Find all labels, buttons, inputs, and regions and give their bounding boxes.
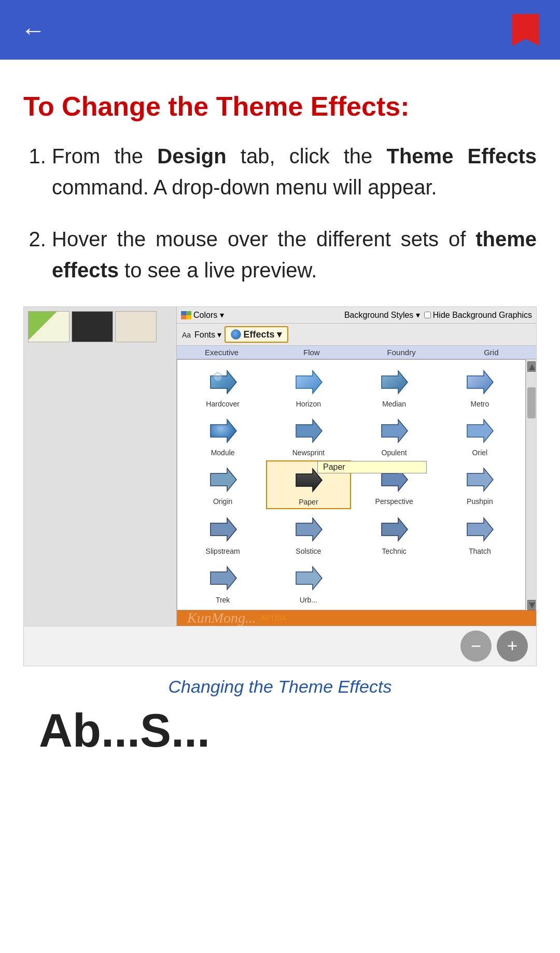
svg-marker-23 (296, 567, 322, 590)
instructions-list: From the Design tab, click the Theme Eff… (23, 141, 537, 286)
thumb-2 (72, 311, 113, 342)
scroll-up[interactable] (527, 361, 536, 372)
app-header: ← (0, 0, 560, 60)
svg-rect-2 (181, 315, 186, 319)
bg-styles-label: Background Styles ▾ (344, 310, 420, 320)
zoom-out-icon: − (471, 635, 482, 657)
thumb-3 (115, 311, 157, 342)
slide-subtext: ARTISA (260, 614, 286, 622)
svg-rect-3 (186, 315, 191, 319)
effect-horizon[interactable]: Horizon (266, 363, 351, 411)
slide-area: Colors ▾ Background Styles ▾ Hide Backgr… (24, 307, 536, 626)
svg-rect-0 (181, 311, 186, 315)
effect-oriel[interactable]: Oriel (438, 412, 522, 459)
svg-marker-20 (382, 518, 408, 541)
svg-marker-14 (211, 468, 236, 491)
svg-marker-21 (467, 518, 493, 541)
thumb-1 (28, 311, 69, 342)
fonts-label: Fonts ▾ (194, 330, 221, 340)
ribbon-bar: Colors ▾ Background Styles ▾ Hide Backgr… (177, 307, 536, 324)
effects-button[interactable]: Effects ▾ (225, 326, 288, 343)
svg-point-6 (214, 373, 222, 381)
effect-technic[interactable]: Technic (352, 510, 437, 558)
scrollbar[interactable] (526, 359, 536, 610)
row-headers: Executive Flow Foundry Grid (177, 346, 536, 359)
svg-marker-18 (211, 518, 236, 541)
technic-label: Technic (382, 547, 406, 555)
solstice-label: Solstice (296, 547, 321, 555)
bg-styles-btn[interactable]: Background Styles ▾ (344, 310, 420, 320)
second-ribbon-row: Aa Fonts ▾ Effects ▾ (177, 324, 536, 346)
effect-origin[interactable]: Origin (180, 460, 265, 509)
svg-marker-11 (296, 419, 322, 442)
svg-marker-9 (467, 371, 493, 394)
effect-pushpin[interactable]: Pushpin (438, 460, 522, 509)
effect-module[interactable]: Module (180, 412, 265, 459)
paper-label: Paper (299, 498, 318, 506)
paper-tooltip: Paper (317, 461, 427, 473)
svg-marker-8 (382, 371, 408, 394)
perspective-label: Perspective (375, 497, 413, 506)
oriel-label: Oriel (472, 449, 488, 457)
effect-median[interactable]: Median (352, 363, 437, 411)
slide-footer: KunMong... ARTISA (177, 610, 536, 626)
effect-thatch[interactable]: Thatch (438, 510, 522, 558)
effects-label: Effects ▾ (243, 329, 282, 340)
effect-trek[interactable]: Trek (180, 559, 265, 607)
fonts-btn[interactable]: Aa Fonts ▾ (181, 330, 221, 340)
step1-bold2: Theme Effects (387, 145, 537, 167)
effect-urban[interactable]: Urb... (266, 559, 351, 607)
horizon-label: Horizon (296, 400, 321, 408)
effects-grid: Hardcover Horizon Median (177, 359, 526, 610)
step-2: Hover the mouse over the different sets … (52, 223, 537, 286)
svg-marker-12 (382, 419, 408, 442)
svg-marker-10 (211, 419, 236, 442)
main-content: To Change the Theme Effects: From the De… (0, 60, 560, 775)
effect-hardcover[interactable]: Hardcover (180, 363, 265, 411)
slipstream-label: Slipstream (206, 547, 240, 555)
effect-newsprint[interactable]: Newsprint (266, 412, 351, 459)
step2-bold1: theme effects (52, 228, 537, 282)
svg-rect-1 (186, 311, 191, 315)
hide-bg-input[interactable] (424, 312, 431, 318)
colors-label: Colors ▾ (193, 310, 224, 320)
page-title: To Change the Theme Effects: (23, 91, 537, 122)
effect-opulent[interactable]: Opulent (352, 412, 437, 459)
effect-metro[interactable]: Metro (438, 363, 522, 411)
effect-solstice[interactable]: Solstice (266, 510, 351, 558)
hide-bg-checkbox[interactable]: Hide Background Graphics (424, 311, 532, 320)
header-flow: Flow (267, 346, 356, 359)
effects-panel: Hardcover Horizon Median (177, 359, 536, 610)
zoom-out-button[interactable]: − (460, 630, 492, 662)
slide-watermark: KunMong... (187, 610, 256, 626)
empty-cells (352, 559, 523, 607)
trek-label: Trek (216, 596, 230, 604)
header-foundry: Foundry (357, 346, 446, 359)
scrollbar-thumb[interactable] (527, 387, 536, 418)
opulent-label: Opulent (382, 449, 407, 457)
effect-slipstream[interactable]: Slipstream (180, 510, 265, 558)
thatch-label: Thatch (469, 547, 491, 555)
svg-text:Aa: Aa (182, 331, 191, 339)
header-executive: Executive (177, 346, 267, 359)
image-caption: Changing the Theme Effects (23, 677, 537, 697)
bookmark-icon[interactable] (512, 14, 539, 46)
screenshot-area: Colors ▾ Background Styles ▾ Hide Backgr… (23, 306, 537, 666)
back-button[interactable]: ← (21, 16, 46, 44)
svg-marker-13 (467, 419, 493, 442)
metro-label: Metro (470, 400, 489, 408)
zoom-in-button[interactable]: + (497, 630, 528, 662)
svg-marker-19 (296, 518, 322, 541)
right-panel: Colors ▾ Background Styles ▾ Hide Backgr… (177, 307, 536, 626)
header-grid: Grid (446, 346, 536, 359)
svg-marker-7 (296, 371, 322, 394)
svg-marker-25 (529, 602, 535, 609)
pushpin-label: Pushpin (467, 497, 493, 506)
step-1: From the Design tab, click the Theme Eff… (52, 141, 537, 203)
globe-icon (231, 329, 241, 340)
scroll-down[interactable] (527, 600, 536, 610)
colors-btn[interactable]: Colors ▾ (181, 310, 224, 320)
svg-marker-22 (211, 567, 236, 590)
bottom-text: Ab...S... (23, 707, 537, 754)
svg-marker-24 (529, 364, 535, 370)
